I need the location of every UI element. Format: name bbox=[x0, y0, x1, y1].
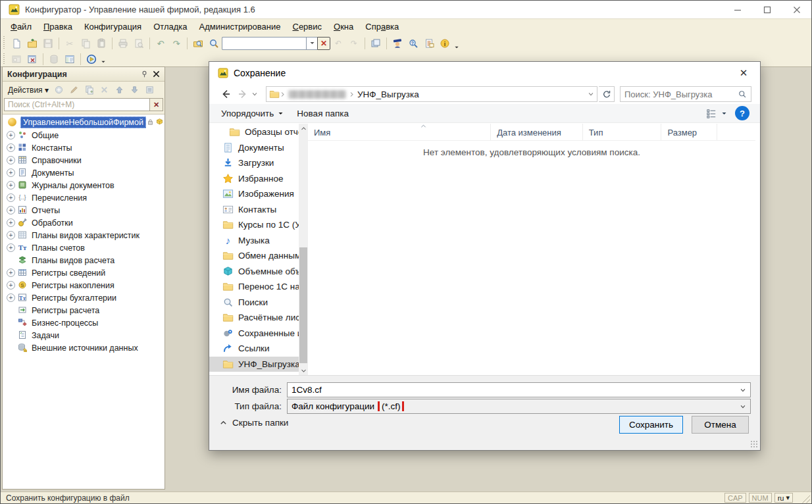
tree-item[interactable]: + Тт Регистры бухгалтерии bbox=[3, 291, 165, 304]
tree-item[interactable]: + Задачи bbox=[3, 329, 165, 341]
tree-item[interactable]: + Константы bbox=[3, 141, 165, 154]
address-dropdown-icon[interactable] bbox=[588, 91, 594, 97]
redo-button[interactable]: ↷ bbox=[168, 36, 184, 51]
nav-item[interactable]: Курсы по 1С (Уп bbox=[209, 217, 299, 233]
window-tile-button[interactable] bbox=[9, 52, 24, 67]
close-button[interactable] bbox=[782, 1, 811, 19]
column-header[interactable]: Размер bbox=[661, 124, 717, 140]
tree-item[interactable]: + Регистры сведений bbox=[3, 266, 165, 279]
organize-button[interactable]: Упорядочить bbox=[215, 106, 290, 121]
syntax-check-button[interactable] bbox=[390, 36, 405, 51]
cancel-button[interactable]: Отмена bbox=[692, 416, 749, 434]
tree-item[interactable]: + Справочники bbox=[3, 154, 165, 166]
expand-icon[interactable]: + bbox=[7, 143, 15, 152]
search-dropdown-icon[interactable] bbox=[306, 37, 317, 50]
menu-item[interactable]: Конфигурация bbox=[78, 20, 147, 33]
column-header[interactable]: Дата изменения bbox=[491, 124, 583, 140]
back-icon[interactable] bbox=[220, 88, 232, 100]
scroll-up-icon[interactable] bbox=[299, 124, 308, 133]
nav-item[interactable]: Сохраненные и bbox=[209, 326, 299, 341]
scroll-down-icon[interactable] bbox=[299, 366, 308, 375]
nav-item[interactable]: УНФ_Выгрузка bbox=[209, 357, 299, 372]
dialog-close-icon[interactable]: ✕ bbox=[735, 66, 752, 80]
combo-dropdown-icon[interactable] bbox=[740, 403, 746, 410]
service-doc-button[interactable] bbox=[421, 36, 437, 51]
quick-search-input[interactable] bbox=[222, 37, 306, 50]
menu-item[interactable]: Сервис bbox=[287, 20, 328, 33]
print-preview-button[interactable] bbox=[131, 36, 147, 51]
toolbar-grip[interactable] bbox=[2, 53, 7, 65]
expand-icon[interactable]: + bbox=[7, 131, 15, 139]
file-name-combo[interactable]: 1Cv8.cf bbox=[287, 382, 751, 397]
expand-icon[interactable]: + bbox=[7, 243, 15, 252]
tree-item[interactable]: + S Регистры накопления bbox=[3, 279, 165, 291]
redacted-user-folder[interactable] bbox=[288, 90, 346, 99]
nav-item[interactable]: Избранное bbox=[209, 171, 299, 187]
prev-search-result-button[interactable]: ↶ bbox=[330, 36, 346, 51]
expand-icon[interactable]: + bbox=[7, 156, 15, 164]
nav-item[interactable]: Образцы отчё bbox=[209, 124, 299, 140]
tree-item[interactable]: + Планы видов расчета bbox=[3, 254, 165, 266]
nav-item[interactable]: Изображения bbox=[209, 186, 299, 202]
expand-icon[interactable]: + bbox=[7, 218, 15, 227]
move-up-icon[interactable] bbox=[113, 84, 127, 97]
actions-menu-button[interactable]: Действия ▾ bbox=[5, 84, 51, 96]
nav-item[interactable]: Документы bbox=[209, 140, 299, 156]
nav-item[interactable]: Расчётные лист bbox=[209, 310, 299, 326]
menu-item[interactable]: Окна bbox=[328, 20, 359, 33]
panel-close-icon[interactable] bbox=[150, 68, 162, 80]
column-header[interactable]: Имя bbox=[308, 124, 491, 140]
next-search-result-button[interactable]: ↷ bbox=[346, 36, 362, 51]
dialog-search-box[interactable]: Поиск: УНФ_Выгрузка bbox=[620, 86, 751, 102]
column-header[interactable]: Тип bbox=[583, 124, 662, 140]
expand-icon[interactable]: + bbox=[7, 181, 15, 189]
new-document-button[interactable] bbox=[9, 36, 24, 51]
expand-icon[interactable]: + bbox=[7, 281, 15, 290]
nav-item[interactable]: ♪ Музыка bbox=[209, 233, 299, 249]
database-button[interactable] bbox=[46, 52, 62, 67]
menu-item[interactable]: Администрирование bbox=[193, 20, 287, 33]
tree-item[interactable]: + Тт Планы счетов bbox=[3, 241, 165, 254]
expand-icon[interactable]: + bbox=[7, 268, 15, 277]
open-file-button[interactable] bbox=[24, 36, 40, 51]
tree-item[interactable]: + Регистры расчета bbox=[3, 304, 165, 316]
menu-item[interactable]: Файл bbox=[5, 20, 38, 33]
refresh-icon[interactable] bbox=[599, 86, 615, 102]
view-mode-button[interactable] bbox=[705, 105, 728, 122]
nav-item[interactable]: Загрузки bbox=[209, 155, 299, 171]
close-window-button[interactable] bbox=[24, 52, 40, 67]
form-editor-button[interactable] bbox=[62, 52, 78, 67]
tree-item[interactable]: + Внешние источники данных bbox=[3, 341, 165, 354]
pin-icon[interactable] bbox=[138, 68, 150, 80]
help-index-button[interactable]: ? bbox=[405, 36, 421, 51]
start-debugging-button[interactable] bbox=[84, 52, 99, 67]
tree-item[interactable]: + Журналы документов bbox=[3, 179, 165, 191]
scrollbar-thumb[interactable] bbox=[299, 247, 307, 363]
resize-grip[interactable] bbox=[750, 440, 758, 448]
file-type-combo[interactable]: Файл конфигурации(*.cf) bbox=[287, 399, 751, 414]
tree-item[interactable]: + {..} Перечисления bbox=[3, 191, 165, 204]
nav-item[interactable]: Объемные объ bbox=[209, 264, 299, 280]
tree-search-input[interactable] bbox=[4, 98, 150, 111]
clone-icon[interactable] bbox=[82, 84, 97, 97]
nav-item[interactable]: Перенос 1С на bbox=[209, 279, 299, 295]
minimize-button[interactable] bbox=[723, 1, 752, 19]
tree-root-item[interactable]: УправлениеНебольшойФирмой bbox=[3, 116, 165, 128]
nav-item[interactable]: Поиски bbox=[209, 295, 299, 311]
toolbar-menu-arrow-icon[interactable] bbox=[101, 59, 106, 66]
cut-button[interactable]: ✂ bbox=[62, 36, 78, 51]
menu-item[interactable]: Правка bbox=[38, 20, 78, 33]
add-icon[interactable] bbox=[52, 84, 66, 97]
tree-item[interactable]: + Бизнес-процессы bbox=[3, 316, 165, 329]
recent-locations-icon[interactable] bbox=[251, 91, 258, 97]
hide-folders-button[interactable]: Скрыть папки bbox=[220, 418, 288, 428]
window-resize-grip[interactable] bbox=[799, 493, 810, 503]
about-button[interactable]: i bbox=[437, 36, 453, 51]
tree-item[interactable]: + Планы видов характеристик bbox=[3, 229, 165, 241]
search-clear-icon[interactable]: ✕ bbox=[317, 37, 330, 50]
address-bar[interactable]: УНФ_Выгрузка bbox=[266, 86, 597, 102]
copy-window-button[interactable] bbox=[368, 36, 384, 51]
maximize-button[interactable] bbox=[752, 1, 782, 19]
menu-item[interactable]: Отладка bbox=[147, 20, 193, 33]
save-button[interactable]: Сохранить bbox=[619, 416, 683, 434]
